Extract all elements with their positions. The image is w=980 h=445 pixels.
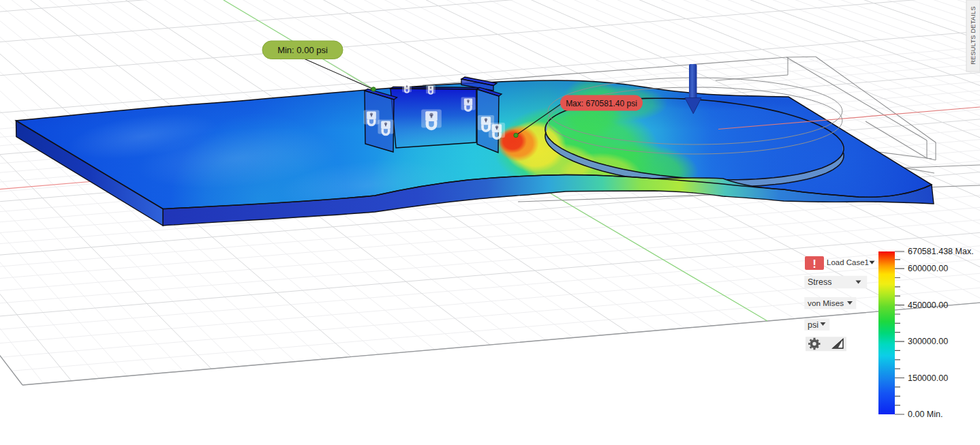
svg-text:psi: psi xyxy=(808,320,818,330)
svg-text:450000.00: 450000.00 xyxy=(908,301,948,310)
svg-text:Stress: Stress xyxy=(808,277,831,287)
svg-text:670581.438 Max.: 670581.438 Max. xyxy=(908,247,974,256)
svg-text:von Mises: von Mises xyxy=(808,298,844,308)
svg-text:150000.00: 150000.00 xyxy=(908,373,948,383)
svg-text:Max: 670581.40 psi: Max: 670581.40 psi xyxy=(566,99,637,108)
svg-text:RESULTS DETAILS: RESULTS DETAILS xyxy=(970,6,977,65)
svg-text:0.00 Min.: 0.00 Min. xyxy=(908,410,943,419)
svg-text:Load Case1: Load Case1 xyxy=(827,258,869,266)
svg-text:Min: 0.00 psi: Min: 0.00 psi xyxy=(277,45,328,55)
svg-text:!: ! xyxy=(812,258,816,271)
svg-text:300000.00: 300000.00 xyxy=(908,337,948,346)
svg-text:600000.00: 600000.00 xyxy=(908,264,948,273)
